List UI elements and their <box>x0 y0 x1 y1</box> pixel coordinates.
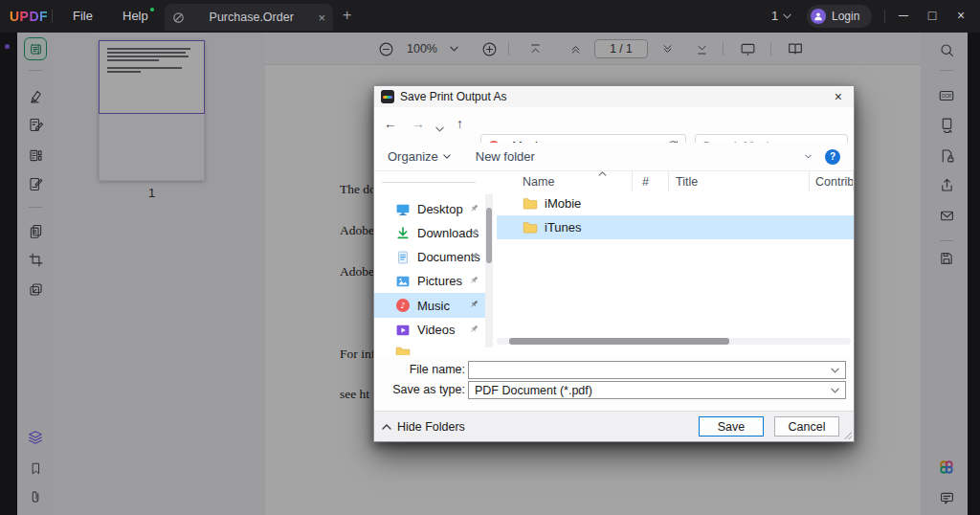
save-print-output-dialog: Save Print Output As × ← → ↑ ♪ › Music ›… <box>373 85 855 442</box>
forward-button[interactable]: → <box>412 116 425 131</box>
hide-folders-button[interactable]: Hide Folders <box>382 420 465 434</box>
sort-ascending-icon <box>598 171 607 176</box>
tree-scrollbar-thumb[interactable] <box>486 208 492 263</box>
file-name-input[interactable] <box>475 364 831 377</box>
menu-help[interactable]: Help <box>122 9 148 23</box>
downloads-icon <box>395 226 411 241</box>
updf-logo: UPDF <box>10 9 48 24</box>
folder-icon <box>395 345 411 355</box>
save-as-type-value: PDF Document (*.pdf) <box>475 384 592 397</box>
tree-item-desktop[interactable]: Desktop <box>374 197 485 221</box>
menu-file[interactable]: File <box>73 9 93 23</box>
list-scrollbar-thumb[interactable] <box>509 338 729 345</box>
pin-icon[interactable] <box>468 299 479 310</box>
chevron-down-icon[interactable] <box>831 368 839 373</box>
file-name: iTunes <box>545 220 582 235</box>
pin-icon[interactable] <box>468 324 479 335</box>
save-button[interactable]: Save <box>699 416 764 437</box>
close-button[interactable]: × <box>951 8 970 23</box>
tree-item-documents[interactable]: Documents <box>374 245 485 269</box>
tree-separator <box>382 182 476 183</box>
titlebar-divider <box>884 10 885 23</box>
recent-locations-icon[interactable] <box>435 120 444 135</box>
up-button[interactable]: ↑ <box>457 116 463 131</box>
new-folder-button[interactable]: New folder <box>476 149 535 164</box>
app-titlebar: UPDF File Help Purchase.Order × + 1 Logi… <box>0 0 980 33</box>
list-horizontal-scrollbar[interactable] <box>497 338 851 345</box>
pin-icon[interactable] <box>468 275 479 286</box>
resize-grip[interactable] <box>844 432 852 439</box>
hide-folders-label: Hide Folders <box>397 420 465 434</box>
dialog-app-icon <box>381 90 394 103</box>
titlebar-divider <box>52 10 53 23</box>
chevron-down-icon <box>443 154 451 159</box>
chevron-down-icon <box>805 154 812 159</box>
dialog-fields: File name: Save as type: PDF Document (*… <box>374 355 854 413</box>
tab-title: Purchase.Order <box>185 11 318 24</box>
chevron-down-icon[interactable] <box>831 388 839 393</box>
login-label: Login <box>832 10 859 23</box>
organize-label: Organize <box>388 149 438 164</box>
file-name: iMobie <box>545 196 581 211</box>
file-list: Name # Title Contributi iMobie iTunes <box>497 171 854 355</box>
file-name-combobox[interactable] <box>468 361 846 379</box>
help-button[interactable]: ? <box>825 149 840 165</box>
file-row-itunes[interactable]: iTunes <box>497 215 854 239</box>
pictures-icon <box>395 274 411 289</box>
pin-icon[interactable] <box>468 251 479 262</box>
pin-icon[interactable] <box>468 227 479 238</box>
login-button[interactable]: Login <box>807 5 872 28</box>
chevron-down-icon <box>783 13 791 19</box>
chevron-up-icon <box>382 424 391 430</box>
navigation-tree: Desktop Downloads Documents Pictures ♪ <box>374 171 485 355</box>
tree-scrollbar[interactable] <box>485 194 493 347</box>
pin-icon[interactable] <box>468 203 479 214</box>
new-folder-label: New folder <box>476 149 535 164</box>
list-header: Name # Title Contributi <box>497 171 854 191</box>
documents-icon <box>395 250 411 265</box>
page-count-value: 1 <box>771 9 778 23</box>
dialog-command-bar: Organize New folder ? <box>374 143 854 171</box>
dialog-titlebar: Save Print Output As × <box>374 86 854 107</box>
file-name-label: File name: <box>374 363 465 376</box>
cancel-button[interactable]: Cancel <box>774 416 839 437</box>
tree-item-downloads[interactable]: Downloads <box>374 221 485 245</box>
avatar <box>811 9 826 24</box>
minimize-button[interactable]: ─ <box>894 8 913 23</box>
tree-item-videos[interactable]: Videos <box>374 318 485 342</box>
dialog-title: Save Print Output As <box>400 90 506 103</box>
videos-icon <box>395 323 411 338</box>
dialog-body: Desktop Downloads Documents Pictures ♪ <box>374 171 854 355</box>
tree-item-music[interactable]: ♪ Music <box>374 293 485 318</box>
page-count-dropdown[interactable]: 1 <box>771 9 791 23</box>
tab-document-icon <box>172 11 185 24</box>
help-notification-dot <box>150 8 154 11</box>
dialog-nav-row: ← → ↑ ♪ › Music › <box>374 107 854 143</box>
column-header-name[interactable]: Name <box>497 171 633 191</box>
column-header-number[interactable]: # <box>633 171 669 191</box>
tree-item-pictures[interactable]: Pictures <box>374 269 485 293</box>
document-tab[interactable]: Purchase.Order × <box>165 4 333 31</box>
column-header-contributing[interactable]: Contributi <box>810 171 854 191</box>
desktop-icon <box>395 202 411 217</box>
save-as-type-label: Save as type: <box>374 383 465 396</box>
back-button[interactable]: ← <box>384 116 397 131</box>
folder-icon <box>523 220 538 235</box>
tab-close-icon[interactable]: × <box>318 11 325 25</box>
folder-icon <box>523 196 538 211</box>
file-row-imobie[interactable]: iMobie <box>497 191 854 215</box>
svg-text:♪: ♪ <box>400 301 405 310</box>
music-icon: ♪ <box>395 298 411 313</box>
organize-button[interactable]: Organize <box>388 149 451 164</box>
tree-item-partial <box>395 345 411 355</box>
column-header-title[interactable]: Title <box>669 171 810 191</box>
dialog-close-icon[interactable]: × <box>830 89 847 104</box>
maximize-button[interactable]: □ <box>923 8 942 23</box>
save-as-type-select[interactable]: PDF Document (*.pdf) <box>468 381 846 399</box>
dialog-footer: Hide Folders Save Cancel <box>374 411 854 441</box>
new-tab-button[interactable]: + <box>343 7 351 24</box>
change-view-button[interactable] <box>802 154 812 159</box>
user-icon <box>813 11 823 21</box>
